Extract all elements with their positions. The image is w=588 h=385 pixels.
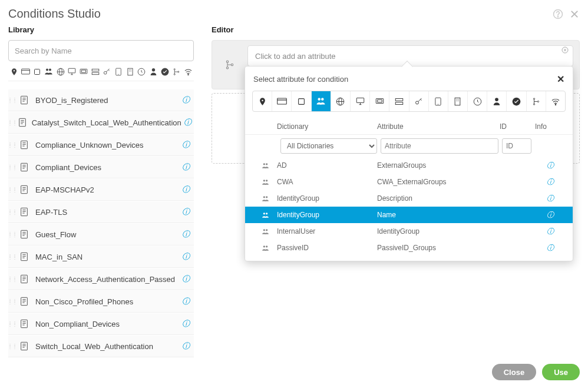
library-item[interactable]: ⋮⋮⋮⋮EAP-MSCHAPv2ⓘ — [8, 179, 194, 201]
tab-users-icon[interactable] — [312, 91, 331, 111]
library-filter-strip — [8, 65, 194, 81]
search-input[interactable] — [8, 40, 194, 61]
svg-point-84 — [231, 64, 233, 65]
grip-icon[interactable]: ⋮⋮⋮⋮ — [8, 210, 16, 214]
grip-icon[interactable]: ⋮⋮⋮⋮ — [8, 165, 16, 169]
info-icon[interactable]: ⓘ — [177, 274, 194, 284]
tab-tablet-icon[interactable] — [429, 91, 448, 111]
svg-point-121 — [266, 180, 267, 181]
library-item[interactable]: ⋮⋮⋮⋮Non_Cisco_Profiled_Phonesⓘ — [8, 291, 194, 313]
row-info-icon[interactable]: ⓘ — [547, 243, 564, 253]
attribute-filter-input[interactable] — [381, 138, 498, 154]
grip-icon[interactable]: ⋮⋮⋮⋮ — [8, 300, 16, 303]
grip-icon[interactable]: ⋮⋮⋮⋮ — [8, 188, 16, 191]
doc-icon — [16, 140, 32, 150]
dictionary-select[interactable]: All Dictionaries — [280, 138, 377, 154]
row-info-icon[interactable]: ⓘ — [547, 161, 564, 171]
key-icon[interactable] — [101, 68, 113, 76]
monitor-icon[interactable] — [66, 68, 78, 75]
info-icon[interactable]: ⓘ — [177, 95, 194, 105]
library-item[interactable]: ⋮⋮⋮⋮Non_Compliant_Devicesⓘ — [8, 313, 194, 335]
library-item[interactable]: ⋮⋮⋮⋮EAP-TLSⓘ — [8, 201, 194, 223]
check-circle-icon[interactable] — [159, 68, 171, 76]
info-icon[interactable]: ⓘ — [177, 341, 194, 351]
use-button[interactable]: Use — [542, 364, 580, 380]
tab-square-icon[interactable] — [292, 91, 311, 111]
globe-icon[interactable] — [55, 68, 67, 76]
info-icon[interactable]: ⓘ — [177, 296, 194, 307]
tab-card-icon[interactable] — [272, 91, 292, 111]
attribute-input[interactable]: Click to add an attribute — [247, 45, 573, 67]
tab-building-icon[interactable] — [448, 91, 468, 111]
grip-icon[interactable]: ⋮⋮⋮⋮ — [8, 121, 16, 124]
close-icon[interactable] — [569, 9, 580, 19]
library-item[interactable]: ⋮⋮⋮⋮Compliance_Unknown_Devicesⓘ — [8, 134, 194, 156]
users-icon[interactable] — [43, 68, 55, 75]
grip-icon[interactable]: ⋮⋮⋮⋮ — [8, 322, 16, 326]
clock-icon[interactable] — [136, 68, 148, 76]
pin-icon[interactable] — [8, 68, 20, 76]
library-item[interactable]: ⋮⋮⋮⋮MAC_in_SANⓘ — [8, 246, 194, 268]
tab-monitor-icon[interactable] — [351, 91, 370, 111]
close-button[interactable]: Close — [492, 364, 536, 380]
row-info-icon[interactable]: ⓘ — [547, 177, 564, 187]
library-item[interactable]: ⋮⋮⋮⋮BYOD_is_Registeredⓘ — [8, 89, 194, 111]
tab-server-icon[interactable] — [389, 91, 409, 111]
library-item[interactable]: ⋮⋮⋮⋮Guest_Flowⓘ — [8, 224, 194, 245]
popover-close-icon[interactable]: ✕ — [557, 74, 564, 85]
tab-pin-icon[interactable] — [253, 91, 272, 111]
grip-icon[interactable]: ⋮⋮⋮⋮ — [8, 143, 16, 147]
tab-tree-icon[interactable] — [527, 91, 546, 111]
attribute-row[interactable]: IdentityGroupNameⓘ — [245, 207, 573, 223]
info-icon[interactable]: ⓘ — [177, 251, 194, 262]
card-icon[interactable] — [20, 68, 32, 75]
info-icon[interactable]: ⓘ — [177, 229, 194, 240]
grip-icon[interactable]: ⋮⋮⋮⋮ — [8, 344, 16, 348]
attribute-row[interactable]: PassiveIDPassiveID_Groupsⓘ — [245, 240, 573, 256]
row-info-icon[interactable]: ⓘ — [547, 210, 564, 220]
tab-clock-icon[interactable] — [468, 91, 487, 111]
attribute-row[interactable]: InternalUserIdentityGroupⓘ — [245, 223, 573, 240]
svg-rect-18 — [92, 72, 99, 75]
tab-globe-icon[interactable] — [331, 91, 351, 111]
server-icon[interactable] — [90, 68, 101, 75]
device-icon[interactable] — [78, 68, 90, 75]
attribute-row[interactable]: IdentityGroupDescriptionⓘ — [245, 190, 573, 207]
tablet-icon[interactable] — [113, 68, 124, 76]
id-filter-input[interactable] — [502, 138, 531, 154]
user-icon[interactable] — [147, 68, 159, 76]
grip-icon[interactable]: ⋮⋮⋮⋮ — [8, 277, 16, 281]
library-item-label: Non_Cisco_Profiled_Phones — [32, 297, 177, 306]
grip-icon[interactable]: ⋮⋮⋮⋮ — [8, 255, 16, 258]
svg-rect-4 — [22, 69, 30, 74]
attribute-row[interactable]: ADExternalGroupsⓘ — [245, 157, 573, 174]
square-icon[interactable] — [31, 68, 43, 75]
library-item-label: EAP-MSCHAPv2 — [32, 185, 177, 194]
tab-check-icon[interactable] — [507, 91, 526, 111]
attribute-row[interactable]: CWACWA_ExternalGroupsⓘ — [245, 174, 573, 190]
library-item[interactable]: ⋮⋮⋮⋮Compliant_Devicesⓘ — [8, 157, 194, 178]
help-icon[interactable] — [553, 9, 563, 19]
tab-device-icon[interactable] — [370, 91, 389, 111]
tab-user-icon[interactable] — [487, 91, 507, 111]
library-item[interactable]: ⋮⋮⋮⋮Catalyst_Switch_Local_Web_Authentica… — [8, 112, 194, 134]
wifi-icon[interactable] — [182, 68, 194, 75]
tree-icon[interactable] — [171, 68, 183, 76]
info-icon[interactable]: ⓘ — [177, 162, 194, 172]
building-icon[interactable] — [124, 68, 136, 76]
tab-key-icon[interactable] — [409, 91, 429, 111]
tab-wifi-icon[interactable] — [546, 91, 565, 111]
info-icon[interactable]: ⓘ — [177, 184, 194, 195]
library-item[interactable]: ⋮⋮⋮⋮Network_Access_Authentication_Passed… — [8, 268, 194, 290]
row-users-icon — [253, 245, 277, 251]
info-icon[interactable]: ⓘ — [177, 318, 194, 329]
row-info-icon[interactable]: ⓘ — [547, 194, 564, 204]
info-icon[interactable]: ⓘ — [177, 140, 194, 150]
grip-icon[interactable]: ⋮⋮⋮⋮ — [8, 98, 16, 102]
remove-row-icon[interactable] — [561, 47, 569, 54]
library-item[interactable]: ⋮⋮⋮⋮Switch_Local_Web_Authenticationⓘ — [8, 336, 194, 357]
grip-icon[interactable]: ⋮⋮⋮⋮ — [8, 233, 16, 236]
info-icon[interactable]: ⓘ — [177, 207, 194, 217]
info-icon[interactable]: ⓘ — [181, 117, 194, 128]
row-info-icon[interactable]: ⓘ — [547, 227, 564, 237]
